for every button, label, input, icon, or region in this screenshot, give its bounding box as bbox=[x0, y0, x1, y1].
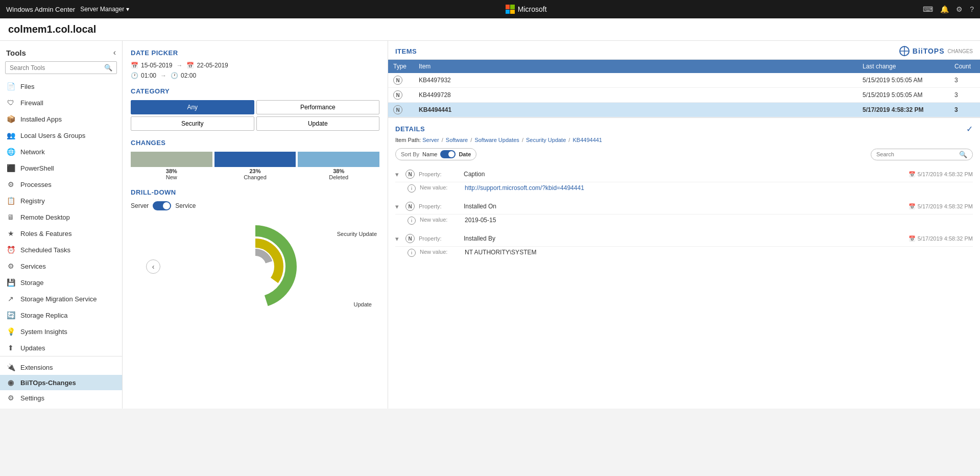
col-count-header: Count bbox=[949, 60, 980, 73]
table-row[interactable]: N KB4497932 5/15/2019 5:05:05 AM 3 bbox=[388, 73, 980, 88]
donut-label-security: Security Update bbox=[337, 231, 377, 237]
biitops-label: BiiTOPS bbox=[913, 47, 945, 55]
prop-date-installed-on: 📅 5/17/2019 4:58:32 PM bbox=[909, 203, 973, 210]
right-panel: ITEMS BiiTOPS CHANGES bbox=[388, 41, 980, 409]
donut-back-button[interactable]: ‹ bbox=[146, 259, 160, 274]
sidebar-item-local-users[interactable]: 👥 Local Users & Groups bbox=[0, 127, 122, 144]
path-software-updates[interactable]: Software Updates bbox=[474, 137, 519, 143]
category-security-button[interactable]: Security bbox=[131, 116, 254, 131]
category-update-button[interactable]: Update bbox=[256, 116, 380, 131]
sidebar-item-storage-replica[interactable]: 🔄 Storage Replica bbox=[0, 307, 122, 323]
search-input[interactable] bbox=[10, 64, 104, 72]
installed-apps-icon: 📦 bbox=[6, 115, 15, 123]
table-row[interactable]: N KB4494441 5/17/2019 4:58:32 PM 3 bbox=[388, 103, 980, 117]
category-grid: Any Performance Security Update bbox=[131, 100, 379, 131]
settings-nav-icon: ⚙ bbox=[6, 394, 15, 402]
sidebar-item-label: System Insights bbox=[20, 328, 67, 336]
firewall-icon: 🛡 bbox=[6, 99, 15, 107]
sidebar-item-services[interactable]: ⚙ Services bbox=[0, 258, 122, 274]
sidebar-collapse-button[interactable]: ‹ bbox=[113, 48, 116, 57]
sidebar-item-updates[interactable]: ⬆ Updates bbox=[0, 340, 122, 356]
item-path-label: Item Path: bbox=[395, 137, 422, 143]
sidebar-item-installed-apps[interactable]: 📦 Installed Apps bbox=[0, 111, 122, 127]
sidebar-item-remote-desktop[interactable]: 🖥 Remote Desktop bbox=[0, 209, 122, 225]
sidebar-item-scheduled-tasks[interactable]: ⏰ Scheduled Tasks bbox=[0, 242, 122, 258]
services-icon: ⚙ bbox=[6, 262, 15, 270]
sidebar-item-powershell[interactable]: ⬛ PowerShell bbox=[0, 160, 122, 176]
to-time-value: 02:00 bbox=[181, 72, 196, 79]
table-row[interactable]: N KB4499728 5/15/2019 5:05:05 AM 3 bbox=[388, 88, 980, 103]
collapse-icon-caption[interactable]: ▾ bbox=[395, 171, 401, 178]
col-type-header: Type bbox=[388, 60, 414, 73]
path-security-update[interactable]: Security Update bbox=[526, 137, 566, 143]
collapse-icon-installed-by[interactable]: ▾ bbox=[395, 235, 401, 243]
sidebar-item-biitops[interactable]: ◉ BiiTOps-Changes bbox=[0, 375, 122, 390]
sidebar-item-processes[interactable]: ⚙ Processes bbox=[0, 176, 122, 193]
prop-value-installed-on: Installed On bbox=[464, 203, 904, 210]
sidebar-item-registry[interactable]: 📋 Registry bbox=[0, 193, 122, 209]
sidebar-item-label: Firewall bbox=[20, 99, 43, 107]
sidebar-item-settings[interactable]: ⚙ Settings bbox=[0, 390, 122, 406]
drilldown-toggle[interactable] bbox=[153, 201, 171, 210]
drilldown-title: DRILL-DOWN bbox=[131, 188, 379, 196]
path-server[interactable]: Server bbox=[422, 137, 439, 143]
path-software[interactable]: Software bbox=[446, 137, 468, 143]
bar-deleted-rect bbox=[298, 152, 379, 167]
server-manager-button[interactable]: Server Manager ▾ bbox=[80, 6, 129, 13]
sort-bar: Sort By Name Date 🔍 bbox=[395, 148, 973, 160]
files-icon: 📄 bbox=[6, 82, 15, 90]
terminal-icon[interactable]: ⌨ bbox=[923, 5, 933, 13]
collapse-icon-installed-on[interactable]: ▾ bbox=[395, 203, 401, 210]
col-last-change-header: Last change bbox=[857, 60, 949, 73]
sidebar-item-network[interactable]: 🌐 Network bbox=[0, 144, 122, 160]
path-kb[interactable]: KB4494441 bbox=[572, 137, 602, 143]
details-search-input[interactable] bbox=[876, 151, 957, 157]
biitops-logo-icon bbox=[899, 46, 910, 56]
sort-date-option[interactable]: Date bbox=[459, 151, 471, 157]
col-item-header: Item bbox=[414, 60, 857, 73]
sidebar-item-label: Storage Migration Service bbox=[20, 295, 97, 303]
calendar-to-icon: 📅 bbox=[186, 62, 194, 69]
date-picker-section: DATE PICKER 📅 15-05-2019 → 📅 22-05-2019 … bbox=[131, 49, 379, 79]
details-title: DETAILS bbox=[395, 125, 425, 133]
sidebar-header: Tools ‹ bbox=[0, 41, 122, 61]
remote-desktop-icon: 🖥 bbox=[6, 213, 15, 221]
row-count: 3 bbox=[949, 103, 980, 117]
info-icon-installed-by: i bbox=[408, 249, 416, 257]
details-header: DETAILS ✓ bbox=[395, 124, 973, 134]
n-badge: N bbox=[393, 105, 402, 114]
sidebar-item-files[interactable]: 📄 Files bbox=[0, 78, 122, 94]
date-picker-row: 📅 15-05-2019 → 📅 22-05-2019 bbox=[131, 62, 379, 69]
details-search-box[interactable]: 🔍 bbox=[871, 149, 973, 160]
service-label: Service bbox=[175, 202, 196, 209]
microsoft-label: Microsoft bbox=[518, 5, 547, 13]
sort-name-option[interactable]: Name bbox=[422, 151, 437, 157]
changes-bars: 38% New 23% Changed 38 bbox=[131, 152, 379, 180]
sidebar-item-extensions[interactable]: 🔌 Extensions bbox=[0, 360, 122, 375]
settings-icon[interactable]: ⚙ bbox=[956, 5, 963, 13]
bell-icon[interactable]: 🔔 bbox=[940, 5, 949, 13]
new-value-caption[interactable]: http://support.microsoft.com/?kbid=44944… bbox=[465, 184, 973, 192]
category-performance-button[interactable]: Performance bbox=[256, 100, 380, 114]
roles-features-icon: ★ bbox=[6, 229, 15, 237]
category-any-button[interactable]: Any bbox=[131, 100, 254, 114]
sidebar-item-firewall[interactable]: 🛡 Firewall bbox=[0, 94, 122, 111]
sort-toggle[interactable] bbox=[440, 150, 456, 158]
details-expand-button[interactable]: ✓ bbox=[966, 124, 973, 134]
help-icon[interactable]: ? bbox=[970, 5, 974, 13]
sidebar-item-label: Installed Apps bbox=[20, 115, 62, 123]
row-item: KB4499728 bbox=[414, 88, 857, 103]
donut-chart bbox=[204, 216, 306, 318]
main-layout: Tools ‹ 🔍 📄 Files 🛡 Firewall 📦 Installed… bbox=[0, 41, 980, 409]
row-type: N bbox=[388, 103, 414, 117]
network-icon: 🌐 bbox=[6, 148, 15, 156]
from-time-field: 🕐 01:00 bbox=[131, 72, 156, 79]
sidebar-item-system-insights[interactable]: 💡 System Insights bbox=[0, 323, 122, 340]
sidebar-item-storage[interactable]: 💾 Storage bbox=[0, 274, 122, 291]
left-panel: ☰ BiiTOPS DATE PICKER 📅 15-05-2019 → 📅 2… bbox=[123, 41, 388, 409]
to-date-field: 📅 22-05-2019 bbox=[186, 62, 228, 69]
sidebar-item-roles-features[interactable]: ★ Roles & Features bbox=[0, 225, 122, 242]
sidebar-search-box[interactable]: 🔍 bbox=[5, 61, 117, 74]
registry-icon: 📋 bbox=[6, 197, 15, 205]
sidebar-item-storage-migration[interactable]: ↗ Storage Migration Service bbox=[0, 291, 122, 307]
